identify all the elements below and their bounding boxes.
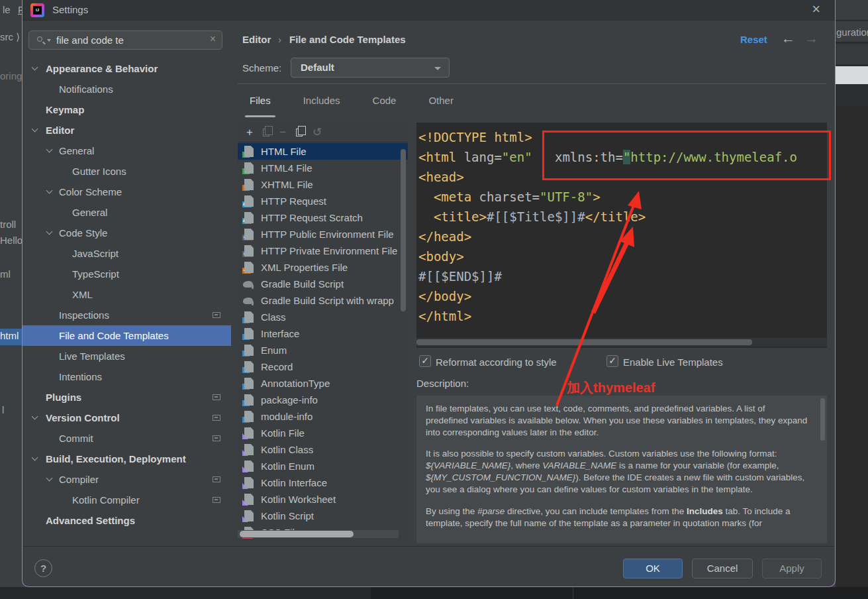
template-list-vertical-scrollbar[interactable] — [401, 149, 406, 311]
scrollbar-thumb[interactable] — [240, 531, 354, 537]
template-list-item[interactable]: {0}HTTP Private Environment File — [238, 243, 408, 259]
tab-files[interactable]: Files — [247, 93, 273, 113]
sidebar-item-xml[interactable]: XML — [23, 284, 231, 305]
template-list-item[interactable]: JRecord — [238, 358, 408, 375]
tab-includes[interactable]: Includes — [301, 93, 343, 113]
bg-right-config-row: guration — [836, 21, 868, 42]
chevron-expanded-icon[interactable] — [46, 475, 53, 482]
clear-search-icon[interactable]: × — [210, 33, 216, 45]
template-list-panel: +−↺ HHTML FileHHTML4 FileHXHTML FileAPIH… — [238, 123, 408, 543]
chevron-expanded-icon[interactable] — [46, 146, 53, 153]
sidebar-item-gutter-icons[interactable]: Gutter Icons — [23, 161, 231, 182]
search-options-caret-icon[interactable] — [47, 39, 51, 42]
sidebar-item-kotlin-compiler[interactable]: Kotlin Compiler — [23, 490, 231, 510]
template-list-item[interactable]: Jmodule-info — [238, 408, 408, 425]
sidebar-item-general[interactable]: General — [23, 202, 231, 223]
external-config-icon — [213, 476, 220, 482]
description-paragraph: It is also possible to specify custom va… — [426, 448, 810, 495]
tab-code[interactable]: Code — [370, 93, 399, 113]
sidebar-item-compiler[interactable]: Compiler — [23, 469, 231, 490]
template-code-editor[interactable]: <!DOCTYPE html><html lang="en" xmlns:th=… — [416, 123, 827, 348]
reset-link[interactable]: Reset — [740, 34, 767, 45]
chevron-expanded-icon[interactable] — [32, 126, 38, 133]
chevron-expanded-icon[interactable] — [32, 455, 38, 461]
template-list-item[interactable]: Gradle Build Script — [238, 276, 408, 292]
sidebar-item-editor[interactable]: Editor — [23, 120, 231, 140]
ide-background-bottom — [0, 587, 868, 599]
template-list-item[interactable]: HHTML File — [238, 143, 408, 160]
external-config-icon — [213, 415, 220, 421]
chevron-expanded-icon[interactable] — [32, 413, 38, 420]
search-input-value[interactable]: file and code te — [56, 34, 124, 46]
sidebar-item-javascript[interactable]: JavaScript — [23, 243, 231, 264]
gradle-icon — [243, 298, 253, 304]
external-config-icon — [213, 497, 220, 503]
sidebar-item-intentions[interactable]: Intentions — [23, 366, 231, 387]
sidebar-item-live-templates[interactable]: Live Templates — [23, 346, 231, 366]
chevron-expanded-icon[interactable] — [32, 64, 38, 71]
live-templates-checkbox[interactable]: ✓ — [606, 355, 618, 367]
template-list-item[interactable]: JAnnotationType — [238, 375, 408, 392]
forward-arrow-icon: → — [804, 30, 818, 46]
description-scrollbar[interactable] — [820, 398, 825, 441]
chevron-expanded-icon[interactable] — [46, 188, 53, 194]
sidebar-item-label: General — [59, 145, 94, 156]
sidebar-item-code-style[interactable]: Code Style — [23, 223, 231, 243]
template-list-item[interactable]: HXHTML File — [238, 176, 408, 193]
duplicate-template-button[interactable] — [296, 129, 303, 136]
template-list-item[interactable]: Kotlin Class — [238, 441, 408, 458]
sidebar-item-advanced-settings[interactable]: Advanced Settings — [23, 510, 231, 531]
sidebar-item-inspections[interactable]: Inspections — [23, 305, 231, 325]
sidebar-item-commit[interactable]: Commit — [23, 428, 231, 449]
reformat-checkbox[interactable]: ✓ — [419, 355, 431, 367]
kotlin-file-icon — [244, 461, 254, 472]
template-list-horizontal-scrollbar[interactable] — [238, 530, 399, 538]
template-list-item[interactable]: JClass — [238, 309, 408, 325]
ok-button[interactable]: OK — [623, 559, 683, 578]
template-list-item[interactable]: JInterface — [238, 325, 408, 342]
intellij-logo-icon: IJ — [30, 3, 44, 17]
editor-horizontal-scrollbar[interactable] — [416, 338, 827, 347]
template-list-item[interactable]: Kotlin Interface — [238, 474, 408, 491]
apply-button[interactable]: Apply — [762, 559, 822, 578]
sidebar-item-plugins[interactable]: Plugins — [23, 387, 231, 408]
back-arrow-icon[interactable]: ← — [781, 30, 795, 46]
template-list-item[interactable]: <>XML Properties File — [238, 259, 408, 276]
template-list-item[interactable]: Gradle Build Script with wrapp — [238, 292, 408, 309]
template-list-item[interactable]: Jpackage-info — [238, 392, 408, 408]
settings-search-field[interactable]: file and code te × — [28, 30, 222, 50]
java-file-icon — [244, 328, 254, 339]
template-list-item[interactable]: Kotlin Script — [238, 508, 408, 524]
template-list-item[interactable]: APIHTTP Request — [238, 193, 408, 209]
sidebar-item-notifications[interactable]: Notifications — [23, 79, 231, 99]
bg-tree-fragment-4: l — [2, 404, 4, 415]
sidebar-item-typescript[interactable]: TypeScript — [23, 264, 231, 284]
sidebar-item-general[interactable]: General — [23, 140, 231, 161]
template-list-item[interactable]: {0}HTTP Public Environment File — [238, 226, 408, 243]
sidebar-item-color-scheme[interactable]: Color Scheme — [23, 182, 231, 202]
cancel-button[interactable]: Cancel — [692, 559, 753, 578]
scrollbar-thumb[interactable] — [416, 339, 752, 345]
copy-template-button — [263, 129, 269, 136]
template-list-item[interactable]: HHTML4 File — [238, 160, 408, 176]
breadcrumb-editor[interactable]: Editor — [242, 34, 271, 45]
sidebar-item-file-and-code-templates[interactable]: File and Code Templates — [23, 325, 231, 346]
template-list-item[interactable]: JEnum — [238, 342, 408, 358]
kotlin-file-icon — [244, 510, 254, 521]
template-list-item[interactable]: APIHTTP Request Scratch — [238, 209, 408, 226]
help-button[interactable]: ? — [34, 559, 52, 577]
template-list-item[interactable]: Kotlin File — [238, 425, 408, 441]
chevron-expanded-icon[interactable] — [46, 229, 53, 235]
template-list-item[interactable]: Kotlin Worksheet — [238, 491, 408, 508]
sidebar-item-appearance-behavior[interactable]: Appearance & Behavior — [23, 58, 231, 79]
scheme-dropdown[interactable]: Default — [291, 58, 450, 78]
bg-bottom-dark — [371, 587, 868, 599]
sidebar-item-build-execution-deployment[interactable]: Build, Execution, Deployment — [23, 449, 231, 469]
tab-other[interactable]: Other — [426, 93, 456, 113]
template-list-item[interactable]: Kotlin Enum — [238, 458, 408, 474]
add-template-button[interactable]: + — [246, 127, 253, 138]
sidebar-item-version-control[interactable]: Version Control — [23, 408, 231, 428]
close-icon[interactable]: × — [812, 1, 820, 18]
api-file-icon — [244, 212, 254, 223]
sidebar-item-keymap[interactable]: Keymap — [23, 99, 231, 120]
